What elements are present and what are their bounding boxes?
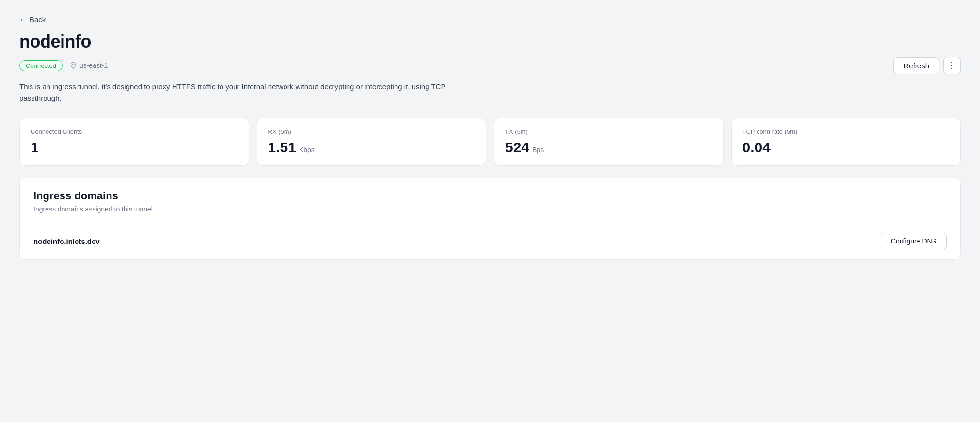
metric-value: 0.04 [743,139,771,156]
metric-value-row: 0.04 [743,139,950,156]
metric-label: RX (5m) [268,128,475,135]
back-label: Back [30,16,46,24]
metric-card: TX (5m)524Bps [494,118,724,166]
metric-card: TCP conn rate (5m)0.04 [731,118,961,166]
header-row: Connected us-east-1 Refresh ⋮ [19,57,961,74]
metric-card: Connected Clients1 [19,118,249,166]
metric-value: 1.51 [268,139,296,156]
region-info: us-east-1 [69,62,108,69]
configure-dns-button[interactable]: Configure DNS [881,233,947,249]
svg-point-0 [72,64,74,65]
location-icon [69,62,77,69]
page-title: nodeinfo [19,32,961,52]
ingress-domains-list: nodeinfo.inlets.devConfigure DNS [20,223,960,259]
metric-value: 524 [505,139,529,156]
back-link[interactable]: ← Back [19,16,46,24]
metric-card: RX (5m)1.51Kbps [257,118,487,166]
refresh-button[interactable]: Refresh [893,57,939,74]
metric-unit: Kbps [299,146,315,154]
metric-label: TX (5m) [505,128,712,135]
metrics-grid: Connected Clients1RX (5m)1.51KbpsTX (5m)… [19,118,961,166]
metric-value: 1 [31,139,39,156]
metric-value-row: 1 [31,139,238,156]
metric-label: TCP conn rate (5m) [743,128,950,135]
status-badge: Connected [19,60,63,71]
metric-value-row: 1.51Kbps [268,139,475,156]
ingress-domain-row: nodeinfo.inlets.devConfigure DNS [20,223,960,259]
page-description: This is an ingress tunnel, it's designed… [19,81,456,104]
metric-label: Connected Clients [31,128,238,135]
more-options-button[interactable]: ⋮ [943,57,961,74]
ingress-section: Ingress domains Ingress domains assigned… [19,178,961,260]
back-arrow-icon: ← [19,16,27,24]
more-icon: ⋮ [948,60,956,71]
domain-name: nodeinfo.inlets.dev [33,237,100,245]
header-actions: Refresh ⋮ [893,57,961,74]
header-left: Connected us-east-1 [19,60,108,71]
metric-value-row: 524Bps [505,139,712,156]
region-label: us-east-1 [79,62,108,69]
metric-unit: Bps [532,146,544,154]
ingress-header: Ingress domains Ingress domains assigned… [20,178,960,223]
ingress-title: Ingress domains [33,190,947,202]
ingress-subtitle: Ingress domains assigned to this tunnel. [33,205,947,213]
